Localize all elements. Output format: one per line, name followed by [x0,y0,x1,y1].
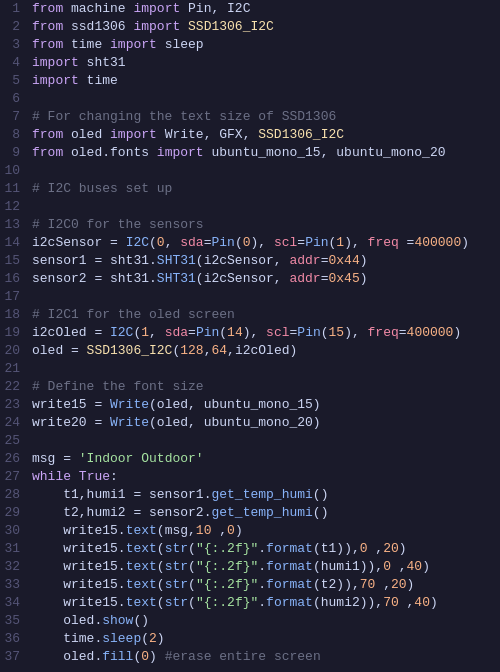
line-content: write15.text(msg,10 ,0) [32,523,243,538]
code-line: 27while True: [0,468,500,486]
code-line: 31 write15.text(str("{:.2f}".format(t1))… [0,540,500,558]
line-content: time.sleep(2) [32,631,165,646]
code-line: 5import time [0,72,500,90]
line-number: 26 [0,451,32,466]
line-number: 21 [0,361,32,376]
line-number: 31 [0,541,32,556]
line-content: t2,humi2 = sensor2.get_temp_humi() [32,505,328,520]
line-content: t1,humi1 = sensor1.get_temp_humi() [32,487,328,502]
code-line: 19i2cOled = I2C(1, sda=Pin(14), scl=Pin(… [0,324,500,342]
line-content [32,163,40,178]
line-content: from ssd1306 import SSD1306_I2C [32,19,274,34]
line-content: oled.show() [32,613,149,628]
line-number: 30 [0,523,32,538]
line-number: 6 [0,91,32,106]
code-line: 12 [0,198,500,216]
line-content [32,433,40,448]
code-line: 28 t1,humi1 = sensor1.get_temp_humi() [0,486,500,504]
line-content: i2cOled = I2C(1, sda=Pin(14), scl=Pin(15… [32,325,461,340]
line-number: 23 [0,397,32,412]
code-line: 22# Define the font size [0,378,500,396]
line-number: 28 [0,487,32,502]
line-content [32,361,40,376]
line-number: 27 [0,469,32,484]
code-line: 9from oled.fonts import ubuntu_mono_15, … [0,144,500,162]
line-number: 10 [0,163,32,178]
line-content: from time import sleep [32,37,204,52]
line-content: write15 = Write(oled, ubuntu_mono_15) [32,397,321,412]
line-number: 5 [0,73,32,88]
code-line: 17 [0,288,500,306]
code-line: 32 write15.text(str("{:.2f}".format(humi… [0,558,500,576]
line-content: # I2C1 for the oled screen [32,307,235,322]
code-editor: 1from machine import Pin, I2C2from ssd13… [0,0,500,672]
line-content: sensor2 = sht31.SHT31(i2cSensor, addr=0x… [32,271,368,286]
code-line: 23write15 = Write(oled, ubuntu_mono_15) [0,396,500,414]
line-content [32,91,40,106]
line-number: 4 [0,55,32,70]
code-line: 21 [0,360,500,378]
line-number: 32 [0,559,32,574]
line-number: 35 [0,613,32,628]
code-line: 8from oled import Write, GFX, SSD1306_I2… [0,126,500,144]
line-number: 36 [0,631,32,646]
line-content: from oled.fonts import ubuntu_mono_15, u… [32,145,446,160]
line-number: 14 [0,235,32,250]
line-number: 18 [0,307,32,322]
code-line: 20oled = SSD1306_I2C(128,64,i2cOled) [0,342,500,360]
line-content: # For changing the text size of SSD1306 [32,109,336,124]
code-line: 13# I2C0 for the sensors [0,216,500,234]
line-number: 34 [0,595,32,610]
line-number: 15 [0,253,32,268]
line-number: 20 [0,343,32,358]
code-line: 11# I2C buses set up [0,180,500,198]
code-line: 29 t2,humi2 = sensor2.get_temp_humi() [0,504,500,522]
line-number: 2 [0,19,32,34]
code-line: 33 write15.text(str("{:.2f}".format(t2))… [0,576,500,594]
code-line: 18# I2C1 for the oled screen [0,306,500,324]
line-content [32,199,40,214]
line-number: 7 [0,109,32,124]
line-content: write15.text(str("{:.2f}".format(humi1))… [32,559,430,574]
code-line: 6 [0,90,500,108]
code-line: 4import sht31 [0,54,500,72]
code-line: 16sensor2 = sht31.SHT31(i2cSensor, addr=… [0,270,500,288]
line-content: write15.text(str("{:.2f}".format(t1)),0 … [32,541,407,556]
line-content: write20 = Write(oled, ubuntu_mono_20) [32,415,321,430]
code-line: 7# For changing the text size of SSD1306 [0,108,500,126]
code-line: 24write20 = Write(oled, ubuntu_mono_20) [0,414,500,432]
line-number: 17 [0,289,32,304]
line-number: 1 [0,1,32,16]
code-line: 35 oled.show() [0,612,500,630]
code-line: 30 write15.text(msg,10 ,0) [0,522,500,540]
code-line: 14i2cSensor = I2C(0, sda=Pin(0), scl=Pin… [0,234,500,252]
line-number: 11 [0,181,32,196]
line-content: i2cSensor = I2C(0, sda=Pin(0), scl=Pin(1… [32,235,469,250]
code-line: 10 [0,162,500,180]
line-content: while True: [32,469,118,484]
code-line: 15sensor1 = sht31.SHT31(i2cSensor, addr=… [0,252,500,270]
code-line: 25 [0,432,500,450]
line-number: 9 [0,145,32,160]
line-number: 3 [0,37,32,52]
code-line: 37 oled.fill(0) #erase entire screen [0,648,500,666]
line-content: import time [32,73,118,88]
line-number: 12 [0,199,32,214]
code-line: 3from time import sleep [0,36,500,54]
line-number: 25 [0,433,32,448]
line-content: from machine import Pin, I2C [32,1,250,16]
line-content: write15.text(str("{:.2f}".format(t2)),70… [32,577,414,592]
line-number: 8 [0,127,32,142]
line-number: 19 [0,325,32,340]
code-line: 36 time.sleep(2) [0,630,500,648]
line-content [32,289,40,304]
line-content: # I2C buses set up [32,181,172,196]
line-number: 29 [0,505,32,520]
code-line: 26msg = 'Indoor Outdoor' [0,450,500,468]
line-number: 13 [0,217,32,232]
line-content: import sht31 [32,55,126,70]
code-line: 34 write15.text(str("{:.2f}".format(humi… [0,594,500,612]
line-number: 16 [0,271,32,286]
line-content: msg = 'Indoor Outdoor' [32,451,204,466]
code-line: 1from machine import Pin, I2C [0,0,500,18]
